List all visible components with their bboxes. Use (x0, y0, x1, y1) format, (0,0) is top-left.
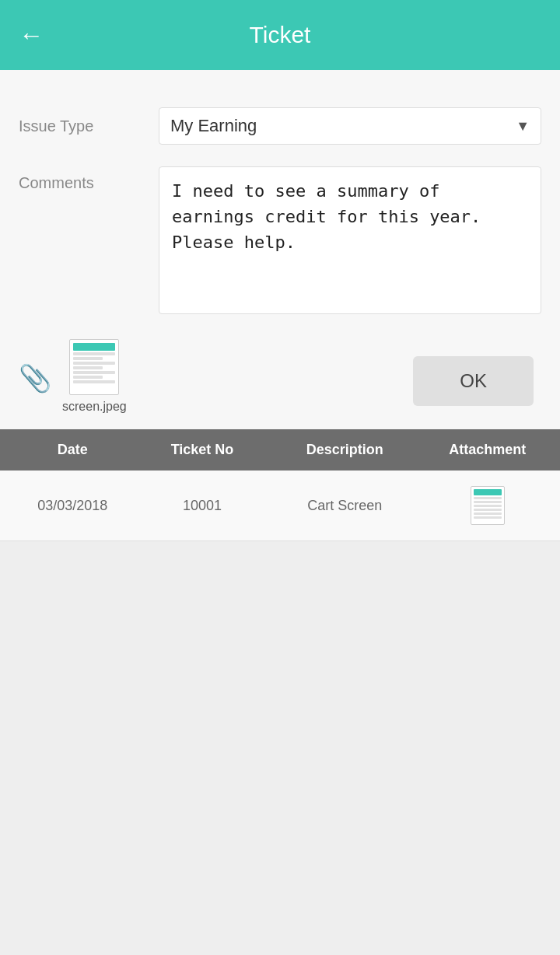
thumb-line-6 (474, 516, 502, 519)
comments-input[interactable]: I need to see a summary of earnings cred… (159, 166, 541, 314)
back-button[interactable]: ← (19, 21, 44, 50)
cell-description: Cart Screen (267, 498, 422, 514)
file-thumbnail[interactable]: screen.jpeg (62, 339, 127, 414)
cell-attachment[interactable] (422, 486, 552, 525)
issue-type-select[interactable]: My Earning ▼ (159, 107, 541, 145)
col-ticket-no: Ticket No (138, 442, 268, 458)
issue-type-row: Issue Type My Earning ▼ (19, 93, 541, 159)
cell-date: 03/03/2018 (8, 498, 138, 514)
preview-line-5 (73, 371, 115, 374)
comments-row: Comments I need to see a summary of earn… (19, 159, 541, 328)
thumb-line-2 (474, 501, 502, 503)
cell-ticket-no: 10001 (138, 498, 268, 514)
tickets-table: Date Ticket No Description Attachment 03… (0, 429, 560, 541)
preview-line-7 (73, 380, 115, 383)
col-attachment: Attachment (422, 442, 552, 458)
file-name: screen.jpeg (62, 400, 127, 414)
comments-label: Comments (19, 166, 159, 192)
file-preview-image (69, 339, 119, 395)
paperclip-icon[interactable]: 📎 (19, 362, 51, 394)
bottom-area (0, 541, 560, 883)
thumb-line-3 (474, 505, 502, 507)
preview-line-1 (73, 352, 115, 355)
app-header: ← Ticket (0, 0, 560, 70)
table-header: Date Ticket No Description Attachment (0, 429, 560, 471)
page-title: Ticket (250, 22, 311, 48)
thumb-line-4 (474, 509, 502, 511)
table-row[interactable]: 03/03/2018 10001 Cart Screen (0, 471, 560, 541)
attachment-thumbnail (471, 486, 505, 525)
thumb-line-1 (474, 497, 502, 499)
attachment-row: 📎 screen.jpeg OK (19, 328, 541, 429)
preview-line-4 (73, 366, 103, 369)
attachment-left: 📎 screen.jpeg (19, 339, 127, 414)
form-area: Issue Type My Earning ▼ Comments I need … (0, 70, 560, 429)
issue-type-label: Issue Type (19, 117, 159, 135)
issue-type-value: My Earning (170, 116, 516, 136)
preview-line-6 (73, 376, 103, 379)
col-description: Description (267, 442, 422, 458)
col-date: Date (8, 442, 138, 458)
dropdown-arrow-icon: ▼ (516, 118, 530, 135)
preview-line-2 (73, 357, 103, 360)
ok-button[interactable]: OK (413, 356, 534, 406)
thumb-line-5 (474, 512, 502, 515)
preview-line-3 (73, 362, 115, 365)
preview-header-bar (73, 343, 115, 351)
thumb-header-bar (474, 489, 502, 495)
